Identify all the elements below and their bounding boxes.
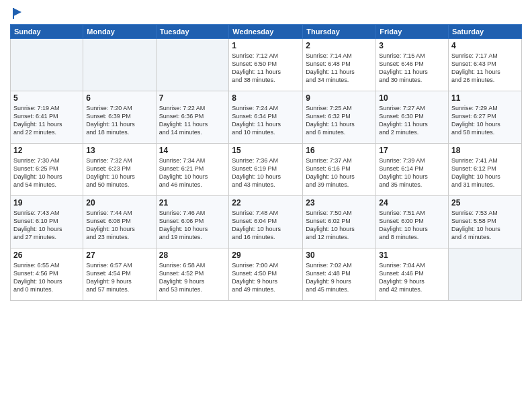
day-number: 21	[159, 198, 226, 208]
calendar-cell: 25Sunrise: 7:53 AMSunset: 5:58 PMDayligh…	[449, 196, 522, 248]
calendar-cell: 27Sunrise: 6:57 AMSunset: 4:54 PMDayligh…	[83, 248, 156, 301]
day-number: 25	[451, 198, 519, 208]
day-info: Sunrise: 7:36 AMSunset: 6:19 PMDaylight:…	[232, 156, 300, 189]
calendar-cell: 11Sunrise: 7:29 AMSunset: 6:27 PMDayligh…	[449, 91, 522, 144]
day-number: 14	[159, 146, 226, 155]
day-number: 31	[379, 250, 445, 260]
day-info: Sunrise: 7:19 AMSunset: 6:41 PMDaylight:…	[13, 104, 80, 137]
day-info: Sunrise: 7:34 AMSunset: 6:21 PMDaylight:…	[159, 156, 226, 189]
calendar-cell: 16Sunrise: 7:37 AMSunset: 6:16 PMDayligh…	[303, 144, 376, 196]
calendar-cell	[449, 248, 522, 301]
day-number: 12	[13, 146, 80, 155]
day-number: 22	[232, 198, 300, 208]
calendar-cell: 28Sunrise: 6:58 AMSunset: 4:52 PMDayligh…	[156, 248, 229, 301]
day-number: 26	[13, 250, 80, 260]
svg-rect-1	[13, 8, 14, 19]
day-number: 1	[232, 41, 300, 50]
day-info: Sunrise: 7:29 AMSunset: 6:27 PMDaylight:…	[451, 104, 519, 137]
day-info: Sunrise: 7:14 AMSunset: 6:48 PMDaylight:…	[306, 52, 373, 85]
day-number: 19	[13, 198, 80, 208]
day-info: Sunrise: 7:27 AMSunset: 6:30 PMDaylight:…	[379, 104, 445, 137]
day-number: 28	[159, 250, 226, 260]
day-info: Sunrise: 6:58 AMSunset: 4:52 PMDaylight:…	[159, 261, 226, 294]
day-info: Sunrise: 7:17 AMSunset: 6:43 PMDaylight:…	[451, 52, 519, 85]
calendar-cell: 21Sunrise: 7:46 AMSunset: 6:06 PMDayligh…	[156, 196, 229, 248]
calendar-cell: 5Sunrise: 7:19 AMSunset: 6:41 PMDaylight…	[11, 91, 83, 144]
day-info: Sunrise: 7:32 AMSunset: 6:23 PMDaylight:…	[86, 156, 152, 189]
day-number: 11	[451, 93, 519, 103]
day-number: 7	[159, 93, 226, 103]
day-info: Sunrise: 7:43 AMSunset: 6:10 PMDaylight:…	[13, 209, 80, 242]
day-number: 10	[379, 93, 445, 103]
calendar-cell: 8Sunrise: 7:24 AMSunset: 6:34 PMDaylight…	[229, 91, 303, 144]
calendar-cell: 2Sunrise: 7:14 AMSunset: 6:48 PMDaylight…	[303, 39, 376, 91]
day-number: 5	[13, 93, 80, 103]
day-number: 16	[306, 146, 373, 155]
day-info: Sunrise: 7:15 AMSunset: 6:46 PMDaylight:…	[379, 52, 445, 85]
day-info: Sunrise: 6:55 AMSunset: 4:56 PMDaylight:…	[13, 261, 80, 294]
logo-icon	[11, 7, 24, 20]
day-number: 17	[379, 146, 445, 155]
day-header-tuesday: Tuesday	[156, 25, 229, 39]
logo	[10, 7, 24, 20]
calendar-cell: 30Sunrise: 7:02 AMSunset: 4:48 PMDayligh…	[303, 248, 376, 301]
header	[10, 7, 522, 20]
day-number: 18	[451, 146, 519, 155]
day-info: Sunrise: 7:53 AMSunset: 5:58 PMDaylight:…	[451, 209, 519, 242]
svg-marker-0	[13, 8, 21, 16]
day-number: 9	[306, 93, 373, 103]
calendar-cell: 18Sunrise: 7:41 AMSunset: 6:12 PMDayligh…	[449, 144, 522, 196]
day-info: Sunrise: 7:30 AMSunset: 6:25 PMDaylight:…	[13, 156, 80, 189]
calendar-cell: 19Sunrise: 7:43 AMSunset: 6:10 PMDayligh…	[11, 196, 83, 248]
day-number: 8	[232, 93, 300, 103]
day-info: Sunrise: 7:41 AMSunset: 6:12 PMDaylight:…	[451, 156, 519, 189]
day-info: Sunrise: 7:25 AMSunset: 6:32 PMDaylight:…	[306, 104, 373, 137]
day-info: Sunrise: 7:12 AMSunset: 6:50 PMDaylight:…	[232, 52, 300, 85]
day-number: 6	[86, 93, 152, 103]
calendar-cell: 3Sunrise: 7:15 AMSunset: 6:46 PMDaylight…	[376, 39, 449, 91]
day-number: 29	[232, 250, 300, 260]
calendar-cell: 9Sunrise: 7:25 AMSunset: 6:32 PMDaylight…	[303, 91, 376, 144]
day-number: 30	[306, 250, 373, 260]
calendar-cell: 22Sunrise: 7:48 AMSunset: 6:04 PMDayligh…	[229, 196, 303, 248]
day-info: Sunrise: 7:04 AMSunset: 4:46 PMDaylight:…	[379, 261, 445, 294]
calendar-week-row: 26Sunrise: 6:55 AMSunset: 4:56 PMDayligh…	[11, 248, 522, 301]
day-number: 2	[306, 41, 373, 50]
day-info: Sunrise: 7:44 AMSunset: 6:08 PMDaylight:…	[86, 209, 152, 242]
calendar-cell: 6Sunrise: 7:20 AMSunset: 6:39 PMDaylight…	[83, 91, 156, 144]
calendar-cell: 12Sunrise: 7:30 AMSunset: 6:25 PMDayligh…	[11, 144, 83, 196]
day-info: Sunrise: 7:46 AMSunset: 6:06 PMDaylight:…	[159, 209, 226, 242]
calendar: SundayMondayTuesdayWednesdayThursdayFrid…	[10, 24, 522, 301]
calendar-cell: 4Sunrise: 7:17 AMSunset: 6:43 PMDaylight…	[449, 39, 522, 91]
day-info: Sunrise: 7:00 AMSunset: 4:50 PMDaylight:…	[232, 261, 300, 294]
calendar-cell: 23Sunrise: 7:50 AMSunset: 6:02 PMDayligh…	[303, 196, 376, 248]
day-header-saturday: Saturday	[449, 25, 522, 39]
calendar-cell: 15Sunrise: 7:36 AMSunset: 6:19 PMDayligh…	[229, 144, 303, 196]
calendar-cell: 17Sunrise: 7:39 AMSunset: 6:14 PMDayligh…	[376, 144, 449, 196]
calendar-cell: 7Sunrise: 7:22 AMSunset: 6:36 PMDaylight…	[156, 91, 229, 144]
calendar-cell	[11, 39, 83, 91]
day-info: Sunrise: 6:57 AMSunset: 4:54 PMDaylight:…	[86, 261, 152, 294]
day-number: 24	[379, 198, 445, 208]
day-info: Sunrise: 7:20 AMSunset: 6:39 PMDaylight:…	[86, 104, 152, 137]
calendar-cell: 10Sunrise: 7:27 AMSunset: 6:30 PMDayligh…	[376, 91, 449, 144]
day-number: 4	[451, 41, 519, 50]
day-header-wednesday: Wednesday	[229, 25, 303, 39]
calendar-cell: 24Sunrise: 7:51 AMSunset: 6:00 PMDayligh…	[376, 196, 449, 248]
calendar-cell	[83, 39, 156, 91]
day-number: 20	[86, 198, 152, 208]
day-info: Sunrise: 7:39 AMSunset: 6:14 PMDaylight:…	[379, 156, 445, 189]
calendar-cell: 13Sunrise: 7:32 AMSunset: 6:23 PMDayligh…	[83, 144, 156, 196]
day-header-thursday: Thursday	[303, 25, 376, 39]
calendar-cell: 1Sunrise: 7:12 AMSunset: 6:50 PMDaylight…	[229, 39, 303, 91]
calendar-week-row: 12Sunrise: 7:30 AMSunset: 6:25 PMDayligh…	[11, 144, 522, 196]
day-info: Sunrise: 7:37 AMSunset: 6:16 PMDaylight:…	[306, 156, 373, 189]
day-number: 23	[306, 198, 373, 208]
day-number: 27	[86, 250, 152, 260]
calendar-cell: 31Sunrise: 7:04 AMSunset: 4:46 PMDayligh…	[376, 248, 449, 301]
page: SundayMondayTuesdayWednesdayThursdayFrid…	[0, 0, 532, 411]
day-header-monday: Monday	[83, 25, 156, 39]
day-number: 13	[86, 146, 152, 155]
day-header-sunday: Sunday	[11, 25, 83, 39]
day-info: Sunrise: 7:22 AMSunset: 6:36 PMDaylight:…	[159, 104, 226, 137]
